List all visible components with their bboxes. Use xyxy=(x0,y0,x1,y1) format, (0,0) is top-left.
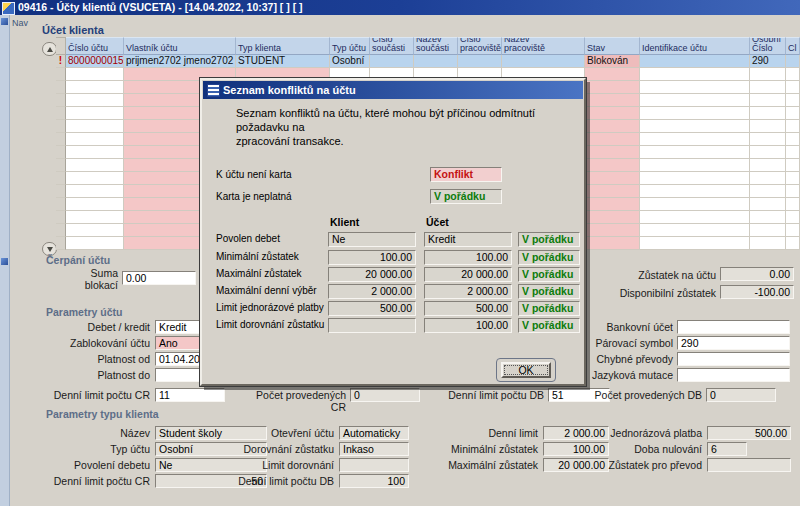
table-cell[interactable] xyxy=(750,120,786,133)
table-cell[interactable] xyxy=(750,172,786,185)
table-cell[interactable] xyxy=(750,185,786,198)
table-cell[interactable] xyxy=(56,68,66,81)
table-cell[interactable] xyxy=(750,224,786,237)
table-cell[interactable] xyxy=(640,237,750,250)
table-cell[interactable] xyxy=(56,133,66,146)
table-cell[interactable] xyxy=(640,133,750,146)
table-cell[interactable] xyxy=(585,237,640,250)
table-cell[interactable] xyxy=(66,146,124,159)
table-cell[interactable] xyxy=(750,146,786,159)
selected-row-cell-1[interactable]: 8000000015 xyxy=(66,55,124,68)
table-cell[interactable] xyxy=(66,133,124,146)
table-cell[interactable] xyxy=(585,224,640,237)
selected-row-cell-2[interactable]: prijmen2702 jmeno2702 xyxy=(124,55,236,68)
table-cell[interactable] xyxy=(786,68,800,81)
table-cell[interactable] xyxy=(66,198,124,211)
table-cell[interactable] xyxy=(585,198,640,211)
selected-row-cell-6[interactable] xyxy=(414,55,458,68)
table-cell[interactable] xyxy=(66,172,124,185)
table-cell[interactable] xyxy=(786,198,800,211)
dialog-titlebar[interactable]: Seznam konfliktů na účtu xyxy=(203,81,583,99)
table-cell[interactable] xyxy=(786,94,800,107)
selected-row-cell-10[interactable] xyxy=(640,55,750,68)
table-cell[interactable] xyxy=(66,237,124,250)
table-cell[interactable] xyxy=(66,211,124,224)
table-cell[interactable] xyxy=(585,81,640,94)
titlebar[interactable]: 09416 - Účty klientů (VSUCETA) - [14.04.… xyxy=(0,0,800,15)
table-cell[interactable] xyxy=(750,107,786,120)
selected-row-cell-4[interactable]: Osobní xyxy=(330,55,370,68)
table-cell[interactable] xyxy=(585,107,640,120)
table-cell[interactable] xyxy=(66,120,124,133)
table-cell[interactable] xyxy=(786,185,800,198)
table-cell[interactable] xyxy=(585,68,640,81)
selected-row-cell-11[interactable]: 290 xyxy=(750,55,786,68)
table-cell[interactable] xyxy=(786,81,800,94)
table-cell[interactable] xyxy=(66,94,124,107)
selected-row-cell-9[interactable]: Blokován xyxy=(585,55,640,68)
table-cell[interactable] xyxy=(56,146,66,159)
ok-button[interactable]: OK xyxy=(501,362,551,378)
table-cell[interactable] xyxy=(750,198,786,211)
toolbar-icon-bottom[interactable] xyxy=(1,258,8,265)
table-cell[interactable] xyxy=(585,94,640,107)
selected-row-cell-12[interactable] xyxy=(786,55,800,68)
table-cell[interactable] xyxy=(750,211,786,224)
table-cell[interactable] xyxy=(786,146,800,159)
table-cell[interactable] xyxy=(66,68,124,81)
table-cell[interactable] xyxy=(640,94,750,107)
table-cell[interactable] xyxy=(585,146,640,159)
table-cell[interactable] xyxy=(786,159,800,172)
table-cell[interactable] xyxy=(56,120,66,133)
table-cell[interactable] xyxy=(56,198,66,211)
parovaci-symbol-field[interactable]: 290 xyxy=(677,336,790,350)
table-cell[interactable] xyxy=(786,237,800,250)
table-cell[interactable] xyxy=(585,185,640,198)
table-cell[interactable] xyxy=(786,224,800,237)
table-cell[interactable] xyxy=(66,107,124,120)
table-cell[interactable] xyxy=(585,211,640,224)
table-cell[interactable] xyxy=(66,185,124,198)
table-cell[interactable] xyxy=(585,172,640,185)
table-cell[interactable] xyxy=(640,120,750,133)
chybne-prevody-field[interactable] xyxy=(677,352,790,366)
jazykova-mutace-field[interactable] xyxy=(677,368,790,382)
table-cell[interactable] xyxy=(56,211,66,224)
table-cell[interactable] xyxy=(585,120,640,133)
table-cell[interactable] xyxy=(640,172,750,185)
bankovni-ucet-field[interactable] xyxy=(677,320,790,334)
table-cell[interactable] xyxy=(56,185,66,198)
table-cell[interactable] xyxy=(66,159,124,172)
table-cell[interactable] xyxy=(640,81,750,94)
table-cell[interactable] xyxy=(640,211,750,224)
selected-row-cell-3[interactable]: STUDENT xyxy=(236,55,330,68)
table-cell[interactable] xyxy=(786,133,800,146)
table-cell[interactable] xyxy=(786,107,800,120)
table-cell[interactable] xyxy=(640,185,750,198)
table-cell[interactable] xyxy=(640,159,750,172)
table-cell[interactable] xyxy=(750,68,786,81)
record-scroll-up-button[interactable] xyxy=(42,42,57,56)
table-cell[interactable] xyxy=(750,237,786,250)
table-cell[interactable] xyxy=(640,198,750,211)
table-cell[interactable] xyxy=(640,68,750,81)
table-cell[interactable] xyxy=(585,159,640,172)
table-cell[interactable] xyxy=(786,120,800,133)
table-cell[interactable] xyxy=(750,159,786,172)
table-cell[interactable] xyxy=(750,81,786,94)
table-cell[interactable] xyxy=(56,224,66,237)
table-cell[interactable] xyxy=(786,211,800,224)
table-cell[interactable] xyxy=(66,81,124,94)
table-cell[interactable] xyxy=(56,81,66,94)
toolbar-icon-top[interactable] xyxy=(1,18,8,25)
selected-row-cell-8[interactable] xyxy=(502,55,585,68)
table-cell[interactable] xyxy=(56,94,66,107)
denni-limit-cr-field[interactable]: 11 xyxy=(155,388,225,402)
table-cell[interactable] xyxy=(750,94,786,107)
selected-row-cell-7[interactable] xyxy=(458,55,502,68)
selected-row-cell-5[interactable] xyxy=(370,55,414,68)
table-cell[interactable] xyxy=(56,172,66,185)
table-cell[interactable] xyxy=(640,107,750,120)
table-cell[interactable] xyxy=(585,133,640,146)
table-cell[interactable] xyxy=(786,172,800,185)
